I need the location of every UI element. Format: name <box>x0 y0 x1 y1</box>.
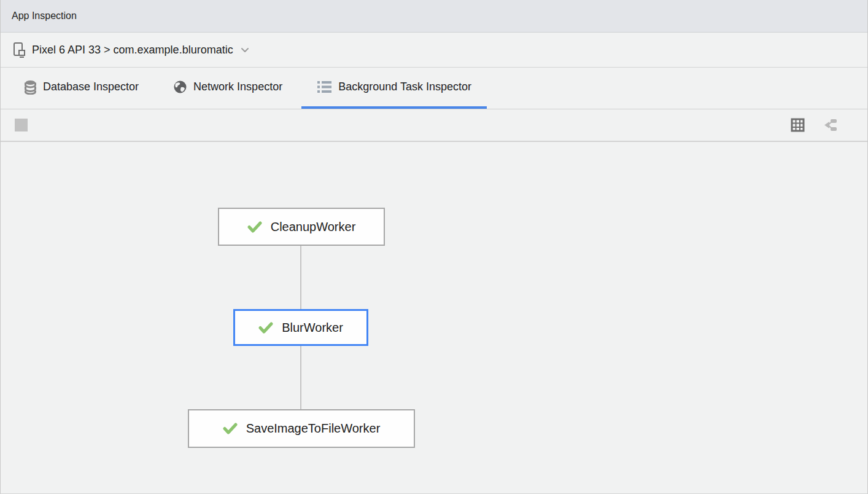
device-selector-bar[interactable]: Pixel 6 API 33 > com.example.bluromatic <box>1 33 867 68</box>
table-view-button[interactable] <box>791 118 805 132</box>
tab-label: Network Inspector <box>193 80 282 93</box>
panel-title-bar: App Inspection <box>1 0 867 33</box>
edge-cleanup-to-blur <box>300 246 301 309</box>
edge-blur-to-save <box>300 346 301 409</box>
view-mode-buttons <box>791 118 838 132</box>
check-success-icon <box>247 221 262 233</box>
graph-view-icon <box>823 118 838 132</box>
worker-node-label: CleanupWorker <box>271 220 356 234</box>
stop-inspector-button[interactable] <box>15 119 28 131</box>
table-view-icon <box>791 118 805 132</box>
tab-label: Database Inspector <box>43 80 139 93</box>
tab-label: Background Task Inspector <box>338 80 471 93</box>
tab-network-inspector[interactable]: Network Inspector <box>158 68 298 109</box>
worker-node-label: BlurWorker <box>282 321 343 335</box>
work-graph-canvas[interactable]: CleanupWorker BlurWorker SaveImageToFile… <box>1 142 867 493</box>
app-inspection-panel: App Inspection Pixel 6 API 33 > com.exam… <box>0 0 868 494</box>
graph-view-button[interactable] <box>823 118 838 132</box>
check-success-icon <box>223 423 238 434</box>
tab-database-inspector[interactable]: Database Inspector <box>9 68 154 109</box>
tab-background-task-inspector[interactable]: Background Task Inspector <box>301 68 487 109</box>
device-process-label: Pixel 6 API 33 > com.example.bluromatic <box>32 44 233 57</box>
check-success-icon <box>258 322 273 334</box>
inspector-tab-bar: Database Inspector Network Inspector <box>1 68 867 109</box>
inspector-toolbar <box>1 109 867 142</box>
worker-node-label: SaveImageToFileWorker <box>246 421 381 436</box>
list-icon <box>317 80 332 93</box>
worker-node-saveimagetofileworker[interactable]: SaveImageToFileWorker <box>188 409 415 448</box>
chevron-down-icon <box>241 47 249 53</box>
stop-icon <box>15 119 28 131</box>
globe-icon <box>173 80 187 94</box>
database-icon <box>24 80 37 95</box>
device-phone-icon <box>13 42 26 58</box>
worker-node-blurworker[interactable]: BlurWorker <box>233 309 368 346</box>
worker-node-cleanupworker[interactable]: CleanupWorker <box>218 208 385 246</box>
panel-title: App Inspection <box>12 10 77 22</box>
